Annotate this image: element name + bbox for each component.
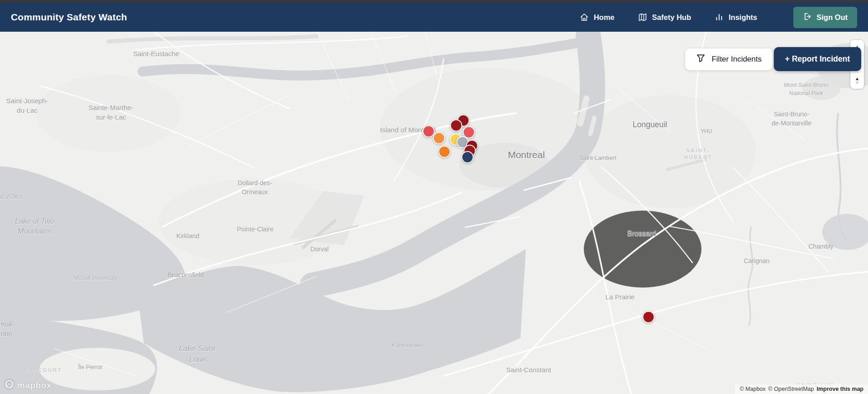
tilt-down-arrow: ▼	[850, 81, 864, 85]
sign-out-button[interactable]: Sign Out	[793, 7, 857, 28]
sign-out-icon	[803, 12, 811, 23]
map-attribution: © Mapbox © OpenStreetMap Improve this ma…	[735, 384, 868, 394]
nav-item-label: Safety Hub	[652, 13, 691, 22]
map-icon	[638, 13, 647, 22]
improve-map-link[interactable]: Improve this map	[817, 386, 864, 392]
incident-marker[interactable]	[462, 151, 474, 163]
tilt-control-button[interactable]: ▲ ▼	[850, 72, 864, 89]
app-title: Community Safety Watch	[11, 12, 127, 23]
main-nav: Home Safety Hub Insights	[580, 7, 857, 28]
filter-incidents-label: Filter Incidents	[711, 55, 762, 64]
incident-marker[interactable]	[433, 132, 445, 144]
report-incident-button[interactable]: + Report Incident	[774, 47, 861, 71]
osm-attribution-link[interactable]: © OpenStreetMap	[768, 386, 814, 392]
filter-incidents-button[interactable]: Filter Incidents	[685, 48, 773, 70]
nav-item-home[interactable]: Home	[580, 13, 615, 22]
incident-marker[interactable]	[450, 120, 463, 132]
nav-item-safety-hub[interactable]: Safety Hub	[638, 13, 691, 22]
sign-out-label: Sign Out	[816, 13, 848, 22]
app-header: Community Safety Watch Home Safety Hub	[0, 3, 868, 32]
nav-item-label: Home	[594, 13, 615, 22]
nav-item-label: Insights	[729, 13, 757, 22]
nav-item-insights[interactable]: Insights	[715, 13, 757, 22]
incident-marker[interactable]	[643, 311, 655, 323]
map-basemap	[0, 32, 868, 394]
filter-funnel-icon	[696, 53, 706, 65]
incident-marker[interactable]	[439, 146, 451, 158]
home-icon	[580, 13, 589, 22]
map-canvas[interactable]: Saint-EustacheSaint-Joseph- du-LacSainte…	[0, 32, 868, 394]
bar-chart-icon	[715, 13, 724, 22]
mapbox-attribution-link[interactable]: © Mapbox	[739, 386, 765, 392]
